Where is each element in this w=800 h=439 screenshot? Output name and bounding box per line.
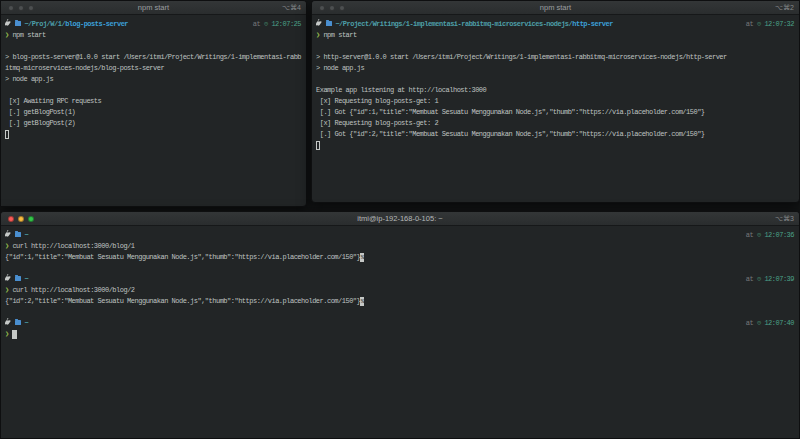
terminal-text: [.] getBlogPost(2) [5, 119, 75, 127]
terminal-text: curl http://localhost:3000/blog/2 [9, 286, 135, 294]
minimize-button[interactable] [18, 216, 24, 222]
terminal-line [316, 41, 795, 52]
terminal-line [5, 263, 795, 274]
terminal-line: > http-server@1.0.0 start /Users/itmi/Pr… [316, 52, 795, 63]
terminal-text: 12:07:39 [764, 275, 794, 283]
terminal-text: at [746, 20, 757, 28]
prompt-timestamp: at ⊙ 12:07:25 [253, 19, 301, 30]
terminal-line [316, 140, 795, 151]
terminal-line: ~/Project/Writings/1-implementasi-rabbit… [316, 19, 795, 30]
terminal-text: {"id":2,"title":"Membuat Sesuatu Menggun… [5, 297, 360, 305]
zoom-button[interactable] [28, 216, 34, 222]
terminal-text: [.] getBlogPost(1) [5, 108, 75, 116]
terminal-line: ~at ⊙ 12:07:39 [5, 274, 795, 285]
window-shortcut-badge: ⌥⌘2 [775, 1, 794, 15]
folder-icon [15, 232, 21, 237]
terminal-text: ❯ [5, 330, 12, 338]
terminal-input-area[interactable]: ~at ⊙ 12:07:36❯ curl http://localhost:30… [1, 227, 799, 438]
terminal-line: ❯ curl http://localhost:3000/blog/1 [5, 241, 795, 252]
terminal-line [316, 74, 795, 85]
terminal-text: > http-server@1.0.0 start /Users/itmi/Pr… [316, 53, 727, 61]
terminal-text: npm start [320, 31, 357, 39]
traffic-lights [8, 1, 34, 15]
folder-icon [15, 21, 21, 26]
titlebar[interactable]: npm start ⌥⌘4 [1, 1, 306, 15]
terminal-line: [.] Got {"id":1,"title":"Membuat Sesuatu… [316, 107, 795, 118]
traffic-lights [8, 212, 34, 226]
terminal-text: http-server [572, 20, 613, 28]
terminal-line [5, 307, 795, 318]
folder-icon [15, 320, 21, 325]
minimize-button[interactable] [18, 5, 24, 11]
terminal-line: itmq-microservices-nodejs/blog-posts-ser… [5, 63, 302, 74]
close-button[interactable] [8, 5, 14, 11]
partial-line-indicator: % [360, 297, 364, 306]
terminal-line: ~/Proj/W/1/blog-posts-serverat ⊙ 12:07:2… [5, 19, 302, 30]
zoom-button[interactable] [28, 5, 34, 11]
terminal-text: at [746, 319, 757, 327]
terminal-line: ❯ [5, 329, 795, 340]
apple-icon [5, 19, 11, 27]
terminal-text: 12:07:32 [764, 20, 794, 28]
terminal-line: [.] getBlogPost(2) [5, 118, 302, 129]
terminal-text: > node app.js [5, 75, 53, 83]
terminal-text: 12:07:40 [764, 319, 794, 327]
terminal-text: [x] Requesting blog-posts-get: 1 [316, 97, 438, 105]
window-shortcut-badge: ⌥⌘3 [775, 212, 794, 226]
terminal-line: > node app.js [316, 63, 795, 74]
terminal-text: itmq-microservices-nodejs/blog-posts-ser… [5, 64, 164, 72]
terminal-text: npm start [9, 31, 46, 39]
terminal-line: ~at ⊙ 12:07:36 [5, 230, 795, 241]
apple-icon [5, 318, 11, 326]
terminal-text: [x] Awaiting RPC requests [5, 97, 101, 105]
terminal-line: [.] getBlogPost(1) [5, 107, 302, 118]
window-title: npm start [540, 1, 571, 15]
close-button[interactable] [319, 5, 325, 11]
terminal-text: 12:07:25 [271, 20, 301, 28]
terminal-output-area[interactable]: ~/Project/Writings/1-implementasi-rabbit… [312, 16, 799, 202]
close-button[interactable] [8, 216, 14, 222]
cursor-block [12, 330, 17, 339]
apple-icon [5, 274, 11, 282]
terminal-line: [x] Requesting blog-posts-get: 1 [316, 96, 795, 107]
titlebar[interactable]: itmi@ip-192-168-0-105: ~ ⌥⌘3 [1, 212, 799, 226]
terminal-text: blog-posts-server [65, 20, 128, 28]
prompt-timestamp: at ⊙ 12:07:32 [746, 19, 794, 30]
window-title: itmi@ip-192-168-0-105: ~ [357, 212, 442, 226]
terminal-line: ❯ npm start [5, 30, 302, 41]
terminal-text: ~/Proj/W/1/ [24, 20, 65, 28]
terminal-text: > blog-posts-server@1.0.0 start /Users/i… [5, 53, 301, 61]
terminal-window-http-server: npm start ⌥⌘2 ~/Project/Writings/1-imple… [311, 0, 800, 203]
terminal-line: ~at ⊙ 12:07:40 [5, 318, 795, 329]
cursor-hollow [5, 130, 9, 139]
terminal-window-ssh-session: itmi@ip-192-168-0-105: ~ ⌥⌘3 ~at ⊙ 12:07… [0, 211, 800, 439]
traffic-lights [319, 1, 345, 15]
terminal-text: ~ [24, 275, 28, 283]
minimize-button[interactable] [329, 5, 335, 11]
terminal-line: {"id":1,"title":"Membuat Sesuatu Menggun… [5, 252, 795, 263]
terminal-text: at [746, 231, 757, 239]
terminal-text: [x] Requesting blog-posts-get: 2 [316, 119, 438, 127]
zoom-button[interactable] [339, 5, 345, 11]
terminal-text: at [746, 275, 757, 283]
terminal-line: > blog-posts-server@1.0.0 start /Users/i… [5, 52, 302, 63]
cursor-hollow [316, 141, 320, 150]
titlebar[interactable]: npm start ⌥⌘2 [312, 1, 799, 15]
terminal-text: > node app.js [316, 64, 364, 72]
apple-icon [5, 230, 11, 238]
terminal-line: ❯ npm start [316, 30, 795, 41]
terminal-text: Example app listening at http://localhos… [316, 86, 486, 94]
terminal-text: curl http://localhost:3000/blog/1 [9, 242, 135, 250]
window-title: npm start [138, 1, 169, 15]
terminal-line [5, 41, 302, 52]
terminal-text: ~ [24, 231, 28, 239]
terminal-line [5, 129, 302, 140]
terminal-text: [.] Got {"id":2,"title":"Membuat Sesuatu… [316, 130, 705, 138]
terminal-text: {"id":1,"title":"Membuat Sesuatu Menggun… [5, 253, 360, 261]
terminal-text: ~ [24, 319, 28, 327]
terminal-text: at [253, 20, 264, 28]
folder-icon [15, 276, 21, 281]
terminal-line: {"id":2,"title":"Membuat Sesuatu Menggun… [5, 296, 795, 307]
terminal-text: ~/Project/Writings/1-implementasi-rabbit… [335, 20, 572, 28]
terminal-output-area[interactable]: ~/Proj/W/1/blog-posts-serverat ⊙ 12:07:2… [1, 16, 306, 206]
